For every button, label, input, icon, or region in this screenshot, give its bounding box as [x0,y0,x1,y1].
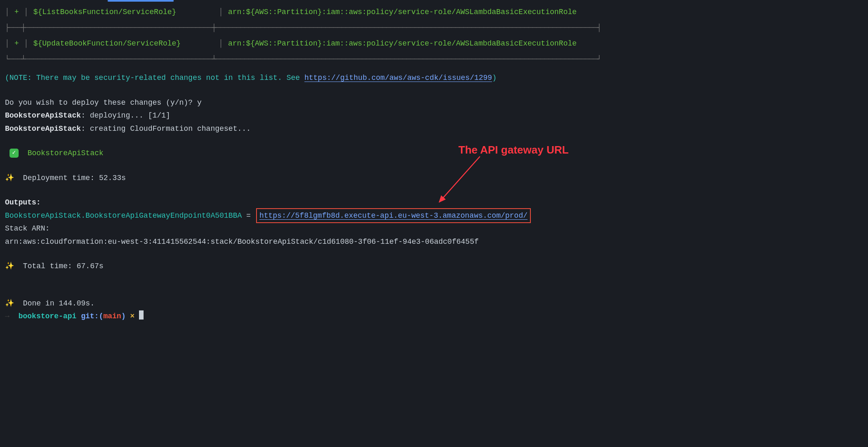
security-note: (NOTE: There may be security-related cha… [5,72,863,85]
prompt-dirty-icon: × [130,312,135,320]
resource-name: ${UpdateBookFunction/ServiceRole} [28,37,218,50]
active-tab-indicator [108,0,174,2]
deploy-confirm-prompt: Do you wish to deploy these changes (y/n… [5,96,863,110]
prompt-arrow-icon: → [5,312,10,320]
github-issue-link[interactable]: https://github.com/aws/aws-cdk/issues/12… [305,74,492,82]
api-gateway-url[interactable]: https://5f8lgmfb8d.execute-api.eu-west-3… [259,211,528,220]
stack-name: BookstoreApiStack [27,149,103,157]
plus-icon: + [14,37,19,50]
changeset-line: BookstoreApiStack: creating CloudFormati… [5,123,863,136]
url-highlight-box: https://5f8lgmfb8d.execute-api.eu-west-3… [256,208,531,223]
iam-change-row: │ + │ ${UpdateBookFunction/ServiceRole} … [5,35,863,53]
prompt-git-suffix: ) [121,312,126,320]
deployment-time: ✨ Deployment time: 52.33s [5,172,863,185]
sparkle-icon: ✨ [5,262,14,270]
output-key: BookstoreApiStack.BookstoreApiGatewayEnd… [5,211,242,220]
cursor [139,310,144,320]
deploying-line: BookstoreApiStack: deploying... [1/1] [5,109,863,123]
outputs-header: Outputs: [5,196,863,209]
endpoint-output: BookstoreApiStack.BookstoreApiGatewayEnd… [5,209,863,223]
table-separator: ├───┼───────────────────────────────────… [5,22,863,35]
sparkle-icon: ✨ [5,174,14,182]
stack-arn-label: Stack ARN: [5,222,863,236]
shell-prompt[interactable]: → bookstore-api git:(main) × [5,310,863,323]
prompt-directory: bookstore-api [18,312,76,320]
check-icon: ✓ [10,149,19,158]
iam-change-row: │ + │ ${ListBooksFunction/ServiceRole} │… [5,3,863,22]
terminal-output: │ + │ ${ListBooksFunction/ServiceRole} │… [0,0,868,323]
policy-arn: arn:${AWS::Partition}:iam::aws:policy/se… [223,37,577,50]
stack-arn-value: arn:aws:cloudformation:eu-west-3:4114155… [5,236,863,249]
annotation-label: The API gateway URL [458,141,568,160]
total-time: ✨ Total time: 67.67s [5,260,863,273]
done-line: ✨ Done in 144.09s. [5,297,863,310]
stack-success: ✓ BookstoreApiStack [5,147,863,160]
policy-arn: arn:${AWS::Partition}:iam::aws:policy/se… [223,6,577,19]
plus-icon: + [14,6,19,19]
prompt-git-branch: main [103,312,121,320]
resource-name: ${ListBooksFunction/ServiceRole} [28,6,218,19]
table-separator-bottom: └───┴───────────────────────────────────… [5,53,863,66]
prompt-git-prefix: git:( [81,312,103,320]
sparkle-icon: ✨ [5,299,14,308]
